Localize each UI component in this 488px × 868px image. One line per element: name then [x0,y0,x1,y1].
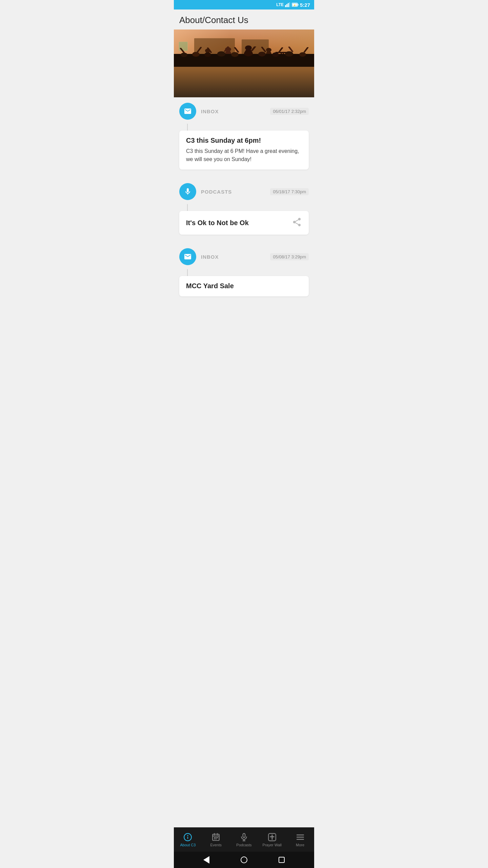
share-icon [292,217,302,227]
nav-icon-cross [268,833,277,842]
nav-icon-menu [296,833,305,842]
status-bar: LTE ⚡ 5:27 [174,0,314,9]
feed-container: INBOX 06/01/17 2:32pm C3 this Sunday at … [174,97,314,827]
nav-item-events[interactable]: Events [202,828,230,852]
feed-item-inbox-1: INBOX 06/01/17 2:32pm C3 this Sunday at … [174,97,314,178]
back-button[interactable] [203,856,210,864]
feed-date-3: 05/08/17 3:29pm [270,253,309,260]
feed-card-wrapper-3: MCC Yard Sale [174,276,314,296]
feed-card-body-1: C3 this Sunday at 6 PM! Have a great eve… [186,147,302,163]
nav-item-prayer[interactable]: Prayer Wall [258,828,286,852]
feed-type-label-2: PODCASTS [201,189,232,195]
svg-line-41 [252,46,255,51]
feed-card-title-1: C3 this Sunday at 6pm! [186,137,302,144]
share-button[interactable] [292,217,302,229]
lte-icon: LTE [276,2,284,7]
nav-label-events: Events [210,843,222,847]
svg-line-40 [235,47,238,52]
feed-item-header-area-3: INBOX 05/08/17 3:29pm [174,243,314,269]
feed-card-title-3: MCC Yard Sale [186,282,302,290]
feed-meta-3: INBOX 05/08/17 3:29pm [201,253,309,260]
svg-rect-55 [217,837,218,838]
back-icon [203,856,209,864]
nav-icon-calendar [211,833,220,842]
svg-rect-5 [298,4,298,6]
svg-point-33 [272,52,279,57]
svg-line-36 [181,48,184,53]
feed-item-header-3: INBOX 05/08/17 3:29pm [179,243,309,269]
svg-point-26 [181,53,187,57]
stage-area [174,29,314,67]
svg-rect-1 [286,4,287,7]
feed-type-label-1: INBOX [201,108,219,114]
nav-item-podcasts[interactable]: Podcasts [230,828,258,852]
feed-card-wrapper-1: C3 this Sunday at 6pm! C3 this Sunday at… [174,131,314,178]
nav-item-about[interactable]: About C3 [174,828,202,852]
battery-icon: ⚡ [292,2,299,7]
nav-icon-microphone [240,833,248,842]
svg-point-29 [217,51,225,56]
feed-item-header-area-2: PODCASTS 05/18/17 7:30pm [174,178,314,204]
svg-line-37 [198,47,201,52]
feed-card-2[interactable]: It's Ok to Not be Ok [179,211,309,235]
svg-line-45 [304,47,308,52]
nav-label-more: More [296,843,304,847]
nav-item-more[interactable]: More [286,828,314,852]
svg-rect-58 [243,833,245,837]
hero-image [174,29,314,97]
svg-rect-48 [187,836,188,839]
feed-item-header-2: PODCASTS 05/18/17 7:30pm [179,178,309,204]
page-title: About/Contact Us [179,15,309,25]
svg-rect-56 [214,839,215,839]
svg-point-32 [258,52,266,56]
feed-item-header-1: INBOX 06/01/17 2:32pm [179,97,309,124]
svg-point-30 [231,52,239,57]
bottom-navigation: About C3 Events Podcasts [174,827,314,852]
home-icon [241,856,247,863]
status-icons: LTE ⚡ 5:27 [276,2,310,8]
nav-label-podcasts: Podcasts [236,843,251,847]
feed-card-3[interactable]: MCC Yard Sale [179,276,309,296]
page-header: About/Contact Us [174,9,314,29]
inbox-icon-1[interactable] [179,103,196,120]
svg-line-43 [279,47,282,52]
recents-button[interactable] [278,856,285,864]
svg-rect-53 [214,837,215,838]
recents-icon [279,857,285,863]
svg-point-27 [192,52,200,56]
microphone-svg-1 [184,188,192,196]
svg-line-38 [208,48,211,52]
feed-item-inbox-2: INBOX 05/08/17 3:29pm MCC Yard Sale [174,243,314,296]
feed-card-1[interactable]: C3 this Sunday at 6pm! C3 this Sunday at… [179,131,309,170]
svg-point-31 [244,51,253,56]
connector-3 [187,269,188,276]
feed-date-1: 06/01/17 2:32pm [270,108,309,115]
feed-card-wrapper-2: It's Ok to Not be Ok [174,211,314,243]
inbox-icon-2[interactable] [179,248,196,265]
envelope-svg-2 [184,253,192,261]
feed-item-podcasts-1: PODCASTS 05/18/17 7:30pm It's Ok to Not … [174,178,314,243]
feed-meta-1: INBOX 06/01/17 2:32pm [201,108,309,115]
svg-point-28 [204,52,211,57]
nav-label-prayer: Prayer Wall [263,843,282,847]
feed-meta-2: PODCASTS 05/18/17 7:30pm [201,188,309,195]
connector-2 [187,204,188,211]
crowd-svg [174,46,314,67]
feed-date-2: 05/18/17 7:30pm [270,188,309,195]
podcasts-icon-1[interactable] [179,183,196,200]
feed-card-title-2: It's Ok to Not be Ok [186,219,292,227]
svg-line-39 [225,47,228,51]
svg-line-42 [262,47,265,52]
signal-icon [285,2,290,7]
envelope-svg-1 [184,107,192,115]
nav-icon-info [183,833,192,842]
svg-rect-0 [285,5,286,7]
svg-point-47 [187,835,188,836]
svg-point-34 [285,51,293,56]
svg-rect-54 [216,837,217,838]
time-display: 5:27 [300,2,310,8]
svg-rect-3 [289,2,290,7]
home-button[interactable] [240,856,248,864]
svg-rect-57 [216,839,217,839]
feed-type-label-3: INBOX [201,254,219,260]
